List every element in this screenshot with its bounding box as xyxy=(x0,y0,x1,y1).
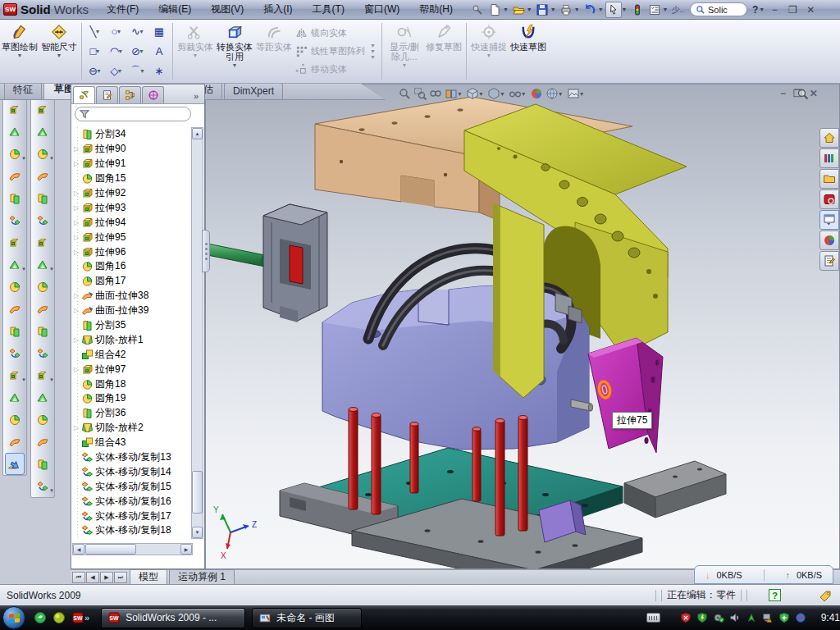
tree-item[interactable]: ▷拉伸93 xyxy=(71,200,191,215)
swept-boss-button[interactable] xyxy=(3,165,26,187)
linear-pattern-button[interactable]: ▼ xyxy=(3,253,26,276)
expand-arrow-icon[interactable]: ▷ xyxy=(71,145,81,153)
menu-item-6[interactable]: 帮助(H) xyxy=(409,0,463,19)
tree-item[interactable]: 实体-移动/复制17 xyxy=(71,509,191,523)
panel-splitter-handle[interactable] xyxy=(202,230,210,272)
tree-item[interactable]: 分割35 xyxy=(71,318,191,333)
scroll-right-icon[interactable]: ▶ xyxy=(180,544,192,555)
cm-button-trim-entities[interactable]: 剪裁实体▼ xyxy=(176,20,215,83)
launcher-ball-quicklaunch-icon[interactable] xyxy=(52,611,66,624)
scroll-up-icon[interactable]: ▲ xyxy=(192,128,203,139)
sketch-tool-spline[interactable]: ∿▼ xyxy=(127,22,148,42)
undo-dropdown-icon[interactable]: ▼ xyxy=(598,7,604,12)
save-icon[interactable] xyxy=(534,2,550,18)
tree-horizontal-scrollbar[interactable]: ◀ ▶ xyxy=(72,543,193,555)
options-list-icon[interactable] xyxy=(646,2,663,18)
quicklaunch-chevron-icon[interactable]: » xyxy=(84,613,89,623)
ejector-rod-green[interactable] xyxy=(208,244,268,267)
print-dropdown-icon[interactable]: ▼ xyxy=(574,7,580,12)
mirror-button[interactable] xyxy=(3,298,26,320)
clamp-arm-yellow[interactable] xyxy=(500,206,544,398)
sketch-tool-line[interactable]: ╲▼ xyxy=(84,22,106,42)
cm-button-move-entities[interactable]: 移动实体 xyxy=(295,62,365,78)
cm-button-mirror-entities[interactable]: 镜向实体 xyxy=(295,25,365,42)
sketch-tool-slot[interactable]: ⊖▼ xyxy=(84,62,106,81)
tree-item[interactable]: ▷拉伸94 xyxy=(71,215,191,230)
extend-surface-button[interactable] xyxy=(31,276,54,298)
display-style-icon[interactable]: ▼ xyxy=(487,87,506,100)
sync-blocked-tray-icon[interactable] xyxy=(795,612,806,623)
messenger-quicklaunch-icon[interactable] xyxy=(34,611,47,624)
view-setting-icon[interactable]: ▼ xyxy=(567,87,586,100)
taskbar-window-1[interactable]: 未命名 - 画图 xyxy=(252,608,362,628)
select-dropdown-icon[interactable]: ▼ xyxy=(622,7,628,12)
tree-item[interactable]: 实体-移动/复制13 xyxy=(71,450,191,465)
rebuild-stoplight-icon[interactable] xyxy=(629,2,646,18)
configurationmanager-tab[interactable] xyxy=(119,86,141,103)
tag-icon[interactable] xyxy=(819,590,832,601)
sketch-tool-text[interactable]: A xyxy=(148,42,170,62)
reference-geometry-button[interactable]: ▼ xyxy=(3,364,26,386)
tree-item[interactable]: 圆角18 xyxy=(71,377,191,391)
tree-item[interactable]: 实体-移动/复制16 xyxy=(71,494,191,509)
start-button[interactable] xyxy=(2,606,25,629)
tree-item[interactable]: 圆角19 xyxy=(71,391,191,406)
keyboard-tray-icon[interactable] xyxy=(646,613,660,623)
section-view-icon[interactable]: ▼ xyxy=(445,87,463,100)
expand-arrow-icon[interactable]: ▷ xyxy=(71,219,81,226)
knit-surface-button[interactable] xyxy=(31,320,54,342)
quick-tips-icon[interactable]: ? xyxy=(769,589,781,601)
volume-tray-icon[interactable] xyxy=(729,612,741,623)
cm-button-repair-sketch[interactable]: 修复草图 xyxy=(424,20,463,83)
plane-button[interactable] xyxy=(3,386,26,409)
tree-item[interactable]: ▷拉伸97 xyxy=(71,362,191,377)
view-orientation-icon[interactable]: ▼ xyxy=(466,87,485,100)
tree-vertical-scrollbar[interactable]: ▲ ▼ xyxy=(191,127,203,539)
expand-arrow-icon[interactable]: ▷ xyxy=(71,336,81,344)
boundary-surface-button[interactable] xyxy=(31,187,54,209)
planar-surface-button[interactable] xyxy=(31,231,54,253)
indent-button[interactable] xyxy=(31,409,54,431)
sketch-tool-arc[interactable]: ◠▼ xyxy=(106,42,127,62)
open-icon[interactable] xyxy=(510,2,527,18)
cm-button-smart-dimension[interactable]: 智能尺寸▼ xyxy=(39,20,79,83)
tree-item[interactable]: 圆角16 xyxy=(71,259,191,274)
cm-stack-dropdowns[interactable]: ▼▼▼ xyxy=(367,20,379,83)
expand-arrow-icon[interactable]: ▷ xyxy=(71,366,81,373)
hscroll-thumb[interactable] xyxy=(85,544,136,555)
tree-item[interactable]: 实体-移动/复制15 xyxy=(71,479,191,494)
panel-more-tabs-icon[interactable]: » xyxy=(189,91,203,103)
open-dropdown-icon[interactable]: ▼ xyxy=(527,7,532,12)
shell-button[interactable] xyxy=(3,209,26,231)
tree-item[interactable]: ▷拉伸90 xyxy=(71,142,191,157)
cm-button-rapid-sketch[interactable]: 快速草图 xyxy=(509,20,548,83)
tree-item[interactable]: ▷切除-放样1 xyxy=(71,332,191,347)
view-palette-button[interactable] xyxy=(819,210,839,230)
menu-item-2[interactable]: 视图(V) xyxy=(201,0,253,19)
ribbon-tab-5[interactable]: DimXpert xyxy=(224,83,283,99)
solidworks-resources-button[interactable] xyxy=(819,128,839,148)
edit-appearance-icon[interactable] xyxy=(530,87,543,100)
network-warning-tray-icon[interactable] xyxy=(762,612,774,623)
hide-show-items-icon[interactable]: ▼ xyxy=(509,87,527,100)
lofted-boss-button[interactable] xyxy=(3,187,26,209)
sketch-tool-polygon[interactable]: ◇▼ xyxy=(106,62,127,81)
boss-extrude-button[interactable] xyxy=(3,98,26,121)
sketch-tool-point[interactable]: ∗ xyxy=(148,62,170,81)
model-tab-0[interactable]: 模型 xyxy=(130,569,167,586)
insert-block-magenta[interactable] xyxy=(588,338,663,453)
file-explorer-button[interactable] xyxy=(819,169,839,189)
split-button[interactable] xyxy=(3,276,26,298)
trim-surface-button[interactable] xyxy=(31,298,54,320)
shape-feature-button[interactable]: ▼ xyxy=(31,364,54,386)
vscroll-thumb[interactable] xyxy=(192,471,203,514)
green-sync-tray-icon[interactable] xyxy=(746,612,757,623)
sketch-tool-ellipse[interactable]: ⊘▼ xyxy=(127,42,148,62)
curve-button[interactable] xyxy=(3,431,26,453)
fillet-button[interactable]: ▼ xyxy=(3,143,26,165)
heads-up-view-toolbar[interactable]: ▼▼▼▼▼▼ xyxy=(398,87,586,100)
dimxpertmanager-tab[interactable] xyxy=(142,86,164,103)
surface-sweep-button[interactable]: ▼ xyxy=(31,143,54,165)
toolbox-button[interactable] xyxy=(819,189,839,209)
expand-arrow-icon[interactable]: ▷ xyxy=(71,292,81,299)
